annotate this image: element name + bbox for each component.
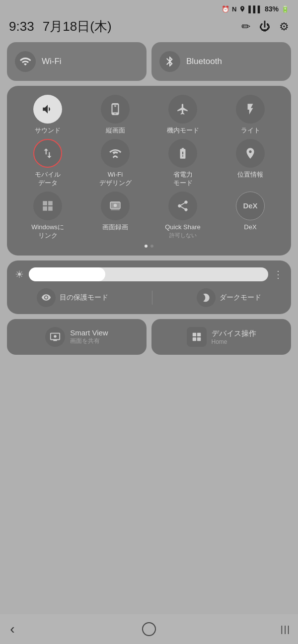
grid-item-airplane[interactable]: 機内モード [155, 95, 210, 135]
battery-icon: 🔋 [281, 5, 289, 13]
svg-rect-4 [192, 333, 196, 336]
eyecomfort-label: 目の保護モード [60, 293, 108, 302]
grid-item-tethering[interactable]: Wi-Fiデザリング [88, 139, 143, 188]
edit-icon[interactable]: ✏ [241, 20, 250, 33]
screenrecord-label: 画面録画 [102, 223, 128, 232]
location-grid-icon [236, 139, 265, 168]
windowslink-label: Windowsにリンク [31, 223, 64, 240]
mode-row: 目の保護モード ダークモード [15, 288, 283, 307]
devicecontrol-icon [187, 327, 207, 347]
main-panel: サウンド 縦画面 機内モード ライト モバイルデータ [7, 86, 291, 256]
eyecomfort-mode[interactable]: 目の保護モード [37, 288, 108, 307]
brightness-slider[interactable] [29, 267, 268, 281]
battery-text: 83% [265, 5, 279, 13]
eyecomfort-icon [37, 288, 56, 307]
grid-item-flashlight[interactable]: ライト [223, 95, 278, 135]
tethering-icon [101, 139, 130, 168]
powersave-icon [168, 139, 197, 168]
quickshare-sublabel: 許可しない [169, 232, 197, 239]
sound-label: サウンド [35, 127, 61, 135]
grid-item-location[interactable]: 位置情報 [223, 139, 278, 188]
location-icon [239, 5, 246, 12]
location-label: 位置情報 [237, 171, 263, 179]
svg-rect-0 [114, 105, 116, 106]
status-icons: ⏰ N ▌▌▌ 83% 🔋 [222, 5, 289, 13]
brightness-fill [29, 267, 105, 281]
settings-icon[interactable]: ⚙ [279, 20, 289, 33]
mobiledata-icon [33, 139, 62, 168]
svg-rect-6 [192, 337, 196, 341]
bluetooth-label: Bluetooth [186, 57, 222, 66]
header-actions: ✏ ⏻ ⚙ [241, 20, 289, 33]
sound-icon [33, 95, 62, 124]
grid-item-powersave[interactable]: 省電力モード [155, 139, 210, 188]
brightness-panel: ☀ ⋮ 目の保護モード ダークモード [7, 260, 291, 314]
date: 7月18日(木) [43, 19, 112, 34]
wifi-label: Wi-Fi [42, 57, 62, 66]
mode-divider [152, 291, 152, 305]
brightness-icon: ☀ [15, 268, 24, 280]
airplane-label: 機内モード [167, 127, 199, 135]
quickshare-label: Quick Share [165, 223, 201, 232]
smartview-sub: 画面を共有 [70, 337, 108, 345]
svg-point-2 [114, 203, 117, 207]
brightness-row: ☀ ⋮ [15, 267, 283, 281]
dot-indicator [14, 245, 284, 248]
grid-row-3: Windowsにリンク 画面録画 Quick Share 許可しない DeX D… [14, 192, 284, 240]
back-button[interactable]: ‹ [0, 621, 25, 637]
airplane-icon [168, 95, 197, 124]
grid-item-dex[interactable]: DeX DeX [223, 192, 278, 240]
smartview-text: Smart View 画面を共有 [70, 328, 108, 345]
signal-icon: ▌▌▌ [248, 5, 262, 13]
smartview-tile[interactable]: Smart View 画面を共有 [7, 319, 147, 355]
grid-item-mobiledata[interactable]: モバイルデータ [20, 139, 75, 188]
recent-button[interactable]: ||| [273, 624, 298, 635]
nav-bar: ‹ ||| [0, 614, 298, 644]
devicecontrol-tile[interactable]: デバイス操作 Home [151, 319, 291, 355]
darkmode-icon [197, 288, 216, 307]
quickshare-icon [168, 192, 197, 220]
bottom-row: Smart View 画面を共有 デバイス操作 Home [0, 319, 298, 355]
tethering-label: Wi-Fiデザリング [99, 171, 132, 188]
smartview-icon [45, 327, 65, 347]
grid-item-windowslink[interactable]: Windowsにリンク [20, 192, 75, 240]
windowslink-icon [33, 192, 62, 220]
grid-item-screenrecord[interactable]: 画面録画 [88, 192, 143, 240]
toggle-row: Wi-Fi Bluetooth [0, 42, 298, 81]
flashlight-icon [236, 95, 265, 124]
svg-rect-5 [197, 333, 200, 336]
header-row: 9:33 7月18日(木) ✏ ⏻ ⚙ [0, 16, 298, 42]
mobiledata-label: モバイルデータ [35, 171, 61, 188]
smartview-label: Smart View [70, 328, 108, 337]
dot-2 [150, 245, 153, 248]
darkmode-mode[interactable]: ダークモード [197, 288, 261, 307]
status-bar: ⏰ N ▌▌▌ 83% 🔋 [0, 0, 298, 16]
grid-item-quickshare[interactable]: Quick Share 許可しない [155, 192, 210, 240]
svg-point-3 [54, 335, 57, 338]
devicecontrol-sub: Home [212, 338, 256, 345]
home-button[interactable] [142, 622, 156, 636]
flashlight-label: ライト [241, 127, 260, 135]
devicecontrol-label: デバイス操作 [212, 329, 256, 338]
grid-item-sound[interactable]: サウンド [20, 95, 75, 135]
nfc-icon: N [232, 5, 236, 13]
dex-label: DeX [244, 223, 256, 232]
power-icon[interactable]: ⏻ [259, 20, 270, 33]
screenrecord-icon [101, 192, 130, 220]
time: 9:33 [9, 19, 34, 34]
smartview-inner: Smart View 画面を共有 [45, 327, 108, 347]
time-date: 9:33 7月18日(木) [9, 18, 112, 35]
dex-icon: DeX [236, 192, 265, 220]
brightness-more-icon[interactable]: ⋮ [273, 268, 283, 280]
bluetooth-toggle[interactable]: Bluetooth [151, 42, 291, 81]
alarm-icon: ⏰ [222, 5, 229, 13]
devicecontrol-text: デバイス操作 Home [212, 329, 256, 345]
grid-item-portrait[interactable]: 縦画面 [88, 95, 143, 135]
wifi-icon [15, 51, 36, 72]
wifi-toggle[interactable]: Wi-Fi [7, 42, 147, 81]
darkmode-label: ダークモード [220, 293, 261, 302]
dot-1 [145, 245, 148, 248]
grid-row-1: サウンド 縦画面 機内モード ライト [14, 95, 284, 135]
powersave-label: 省電力モード [173, 171, 193, 188]
grid-row-2: モバイルデータ Wi-Fiデザリング 省電力モード 位置情報 [14, 139, 284, 188]
